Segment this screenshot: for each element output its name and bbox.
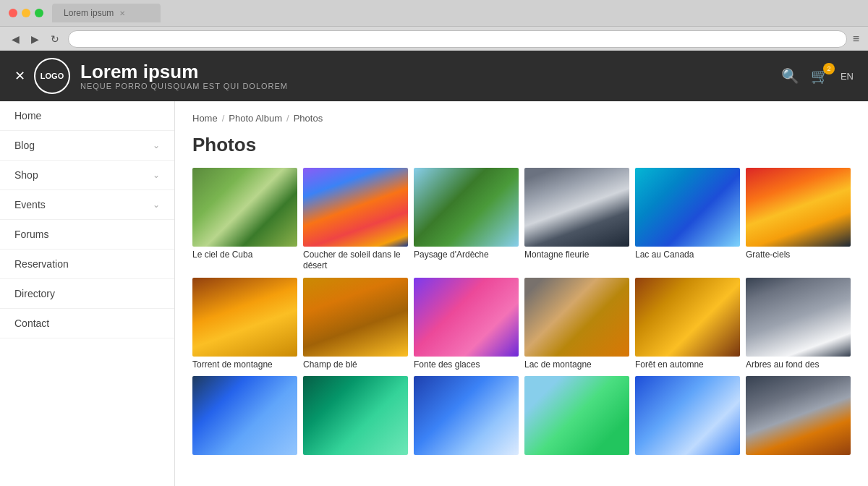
logo[interactable]: LOGO (34, 58, 70, 94)
photo-thumbnail (303, 376, 408, 455)
forward-button[interactable]: ▶ (28, 32, 42, 46)
close-icon[interactable]: ✕ (14, 68, 25, 84)
browser-tab[interactable]: Lorem ipsum ✕ (52, 4, 161, 22)
photo-label: Coucher de soleil dans le désert (303, 250, 408, 272)
photo-label: Lac de montagne (524, 359, 629, 371)
sidebar: Home Blog ⌄ Shop ⌄ Events ⌄ Forums Reser… (0, 101, 175, 486)
photo-item[interactable] (524, 376, 629, 458)
photo-label: Torrent de montagne (192, 359, 297, 371)
photo-thumbnail (303, 278, 408, 357)
sidebar-item-events[interactable]: Events ⌄ (0, 190, 174, 220)
sidebar-item-shop[interactable]: Shop ⌄ (0, 161, 174, 190)
site-subtitle: NEQUE PORRO QUISQUAM EST QUI DOLOREM (80, 82, 781, 90)
photo-thumbnail (303, 168, 408, 247)
sidebar-item-directory[interactable]: Directory (0, 279, 174, 309)
site-header: ✕ LOGO Lorem ipsum NEQUE PORRO QUISQUAM … (0, 51, 868, 101)
photo-label: Le ciel de Cuba (192, 250, 297, 261)
photo-thumbnail (746, 376, 851, 455)
photo-label: Gratte-ciels (746, 250, 851, 261)
page-title: Photos (192, 134, 851, 156)
tab-close-icon[interactable]: ✕ (119, 9, 125, 17)
header-icons: 🔍 🛒 2 EN (781, 67, 854, 85)
address-bar[interactable] (68, 30, 847, 48)
browser-toolbar: ◀ ▶ ↻ ≡ (0, 26, 868, 51)
breadcrumb-sep-1: / (222, 113, 225, 124)
sidebar-item-shop-label: Shop (14, 169, 38, 181)
sidebar-item-contact[interactable]: Contact (0, 309, 174, 338)
sidebar-item-home-label: Home (14, 110, 41, 122)
photo-thumbnail (192, 168, 297, 247)
photo-item[interactable]: Lac au Canada (635, 168, 740, 272)
dot-green[interactable] (35, 9, 43, 17)
main-content: Home / Photo Album / Photos Photos Le ci… (175, 101, 868, 486)
photo-thumbnail (746, 168, 851, 247)
photo-item[interactable]: Champ de blé (303, 278, 408, 370)
sidebar-item-forums[interactable]: Forums (0, 220, 174, 250)
sidebar-item-directory-label: Directory (14, 288, 55, 299)
photo-thumbnail (414, 278, 519, 357)
photo-item[interactable]: Lac de montagne (524, 278, 629, 370)
cart-badge: 2 (823, 63, 835, 74)
cart-icon[interactable]: 🛒 2 (811, 67, 829, 85)
photo-item[interactable]: Paysage d'Ardèche (414, 168, 519, 272)
photo-item[interactable] (635, 376, 740, 458)
photo-item[interactable]: Fonte des glaces (414, 278, 519, 370)
refresh-button[interactable]: ↻ (48, 32, 62, 46)
back-button[interactable]: ◀ (9, 32, 22, 46)
photo-thumbnail (524, 278, 629, 357)
photo-label: Montagne fleurie (524, 250, 629, 261)
dot-yellow[interactable] (22, 9, 30, 17)
photo-thumbnail (192, 376, 297, 455)
sidebar-item-events-label: Events (14, 199, 46, 210)
photo-thumbnail (635, 168, 740, 247)
language-button[interactable]: EN (841, 71, 854, 82)
photo-item[interactable]: Coucher de soleil dans le désert (303, 168, 408, 272)
dot-red[interactable] (9, 9, 17, 17)
sidebar-item-home[interactable]: Home (0, 101, 174, 131)
photo-thumbnail (414, 168, 519, 247)
photo-item[interactable]: Forêt en automne (635, 278, 740, 370)
photo-thumbnail (635, 278, 740, 357)
chevron-down-icon: ⌄ (153, 200, 160, 210)
chevron-down-icon: ⌄ (153, 170, 160, 180)
photo-item[interactable] (192, 376, 297, 458)
sidebar-item-blog-label: Blog (14, 140, 35, 151)
search-icon[interactable]: 🔍 (781, 67, 799, 85)
chevron-down-icon: ⌄ (153, 140, 160, 150)
browser-chrome: Lorem ipsum ✕ ◀ ▶ ↻ ≡ (0, 0, 868, 51)
photo-item[interactable]: Montagne fleurie (524, 168, 629, 272)
tab-label: Lorem ipsum (64, 8, 114, 18)
breadcrumb-current: Photos (294, 113, 323, 124)
photo-item[interactable] (746, 376, 851, 458)
site-body: Home Blog ⌄ Shop ⌄ Events ⌄ Forums Reser… (0, 101, 868, 486)
photo-thumbnail (524, 376, 629, 455)
photo-item[interactable]: Le ciel de Cuba (192, 168, 297, 272)
photo-thumbnail (635, 376, 740, 455)
site-title: Lorem ipsum (80, 61, 781, 82)
photo-thumbnail (414, 376, 519, 455)
browser-menu-button[interactable]: ≡ (853, 33, 859, 46)
breadcrumb-album[interactable]: Photo Album (229, 113, 282, 124)
sidebar-item-reservation[interactable]: Reservation (0, 250, 174, 279)
photo-label: Lac au Canada (635, 250, 740, 261)
photo-item[interactable] (303, 376, 408, 458)
photo-item[interactable]: Arbres au fond des (746, 278, 851, 370)
breadcrumb: Home / Photo Album / Photos (192, 113, 851, 124)
browser-dots (9, 9, 43, 17)
photo-item[interactable]: Torrent de montagne (192, 278, 297, 370)
sidebar-item-forums-label: Forums (14, 229, 48, 240)
photo-label: Arbres au fond des (746, 359, 851, 371)
photo-thumbnail (524, 168, 629, 247)
site-wrapper: ✕ LOGO Lorem ipsum NEQUE PORRO QUISQUAM … (0, 51, 868, 486)
photo-grid: Le ciel de CubaCoucher de soleil dans le… (192, 168, 851, 458)
photo-label: Fonte des glaces (414, 359, 519, 371)
sidebar-item-reservation-label: Reservation (14, 258, 69, 270)
photo-item[interactable] (414, 376, 519, 458)
sidebar-item-contact-label: Contact (14, 317, 49, 329)
photo-label: Champ de blé (303, 359, 408, 371)
photo-thumbnail (192, 278, 297, 357)
photo-item[interactable]: Gratte-ciels (746, 168, 851, 272)
breadcrumb-sep-2: / (286, 113, 289, 124)
breadcrumb-home[interactable]: Home (192, 113, 218, 124)
sidebar-item-blog[interactable]: Blog ⌄ (0, 131, 174, 161)
